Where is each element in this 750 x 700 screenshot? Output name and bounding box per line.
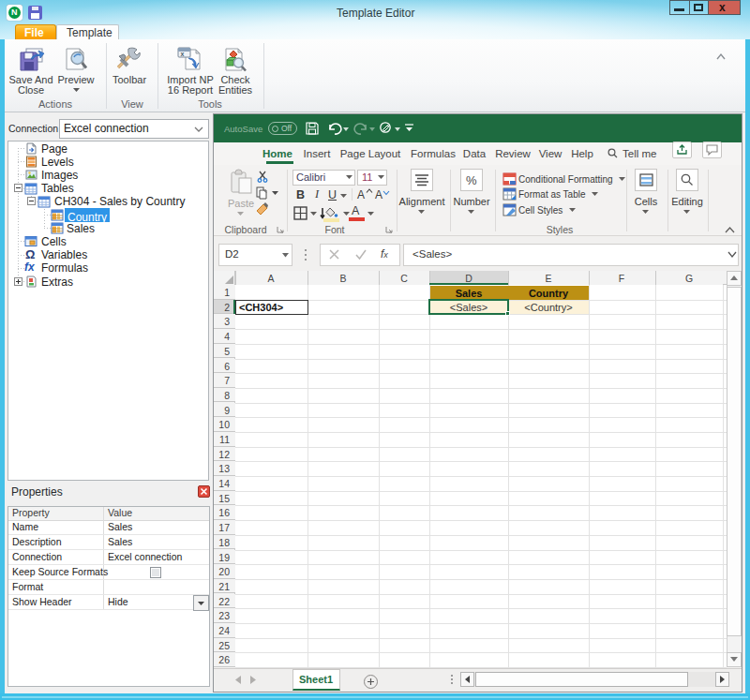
- svg-text:x: x: [181, 51, 185, 57]
